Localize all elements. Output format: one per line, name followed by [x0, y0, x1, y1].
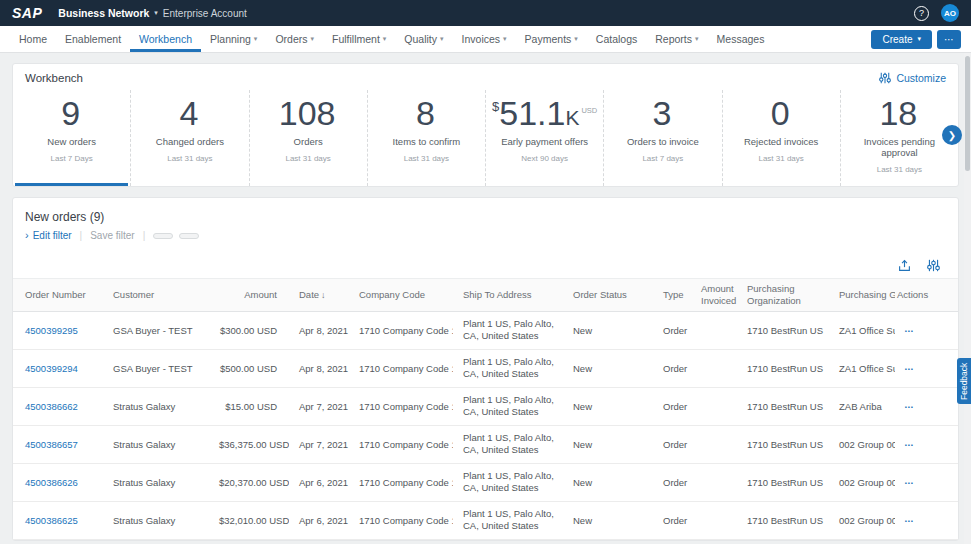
- nav-item[interactable]: Planning ▾: [201, 26, 266, 52]
- table-settings-icon[interactable]: [927, 259, 940, 272]
- nav-item[interactable]: Enablement: [56, 26, 130, 52]
- column-header[interactable]: Ship To Address: [453, 285, 563, 305]
- customer-cell: Stratus Galaxy: [103, 474, 209, 491]
- date-cell: Apr 8, 2021: [289, 322, 349, 339]
- kpi-number: 8: [416, 94, 435, 132]
- customize-label: Customize: [896, 72, 946, 84]
- type-cell: Order: [653, 360, 691, 377]
- row-actions-button[interactable]: ⋯: [895, 512, 928, 529]
- nav-item-label: Invoices: [462, 33, 501, 45]
- more-actions-button[interactable]: ⋯: [937, 30, 961, 49]
- customer-cell: Stratus Galaxy: [103, 398, 209, 415]
- ship-to-cell: Plant 1 US, Palo Alto, CA, United States: [453, 315, 563, 347]
- kpi-tile[interactable]: 3 Orders to invoice Last 7 days: [604, 90, 722, 186]
- column-header[interactable]: Date↓: [289, 285, 349, 305]
- help-icon[interactable]: ?: [914, 6, 929, 21]
- customer-cell: GSA Buyer - TEST: [103, 322, 209, 339]
- column-header[interactable]: Order Number: [13, 285, 103, 305]
- amount-invoiced-cell: [691, 517, 737, 523]
- column-header[interactable]: Customer: [103, 285, 209, 305]
- kpi-tile[interactable]: 18 Invoices pending approval Last 31 day…: [841, 90, 958, 186]
- row-actions-button[interactable]: ⋯: [895, 360, 928, 377]
- export-icon[interactable]: [898, 259, 911, 272]
- kpi-number: 4: [179, 94, 198, 132]
- create-button[interactable]: Create ▾: [871, 30, 932, 49]
- kpi-tile[interactable]: 8 Items to confirm Last 31 days: [368, 90, 486, 186]
- kpi-label: Early payment offers: [490, 136, 599, 147]
- nav-item[interactable]: Payments ▾: [516, 26, 587, 52]
- avatar[interactable]: AO: [941, 4, 959, 22]
- ship-to-cell: Plant 1 US, Palo Alto, CA, United States: [453, 353, 563, 385]
- kpi-period: Last 31 days: [372, 154, 481, 163]
- kpi-period: Last 31 days: [254, 154, 363, 163]
- nav-item[interactable]: Messages: [708, 26, 774, 52]
- column-header-label: Actions: [897, 289, 928, 300]
- column-header[interactable]: Company Code: [349, 285, 453, 305]
- row-actions-button[interactable]: ⋯: [895, 436, 928, 453]
- account-type-label[interactable]: Enterprise Account: [163, 8, 247, 19]
- save-filter-button[interactable]: Save filter: [90, 230, 134, 241]
- nav-item[interactable]: Invoices ▾: [453, 26, 516, 52]
- nav-items: Home Enablement Workbench Planning ▾ Ord…: [10, 26, 773, 52]
- ship-to-cell: Plant 1 US, Palo Alto, CA, United States: [453, 505, 563, 537]
- sliders-icon: [879, 72, 891, 84]
- nav-item[interactable]: Home: [10, 26, 56, 52]
- row-actions-button[interactable]: ⋯: [895, 398, 928, 415]
- kpi-tile[interactable]: 9 New orders Last 7 Days: [13, 90, 131, 186]
- edit-filter-button[interactable]: › Edit filter: [25, 230, 72, 241]
- order-number-cell[interactable]: 4500386657: [13, 436, 103, 453]
- order-number-cell[interactable]: 4500399295: [13, 322, 103, 339]
- column-header-label: Order Number: [25, 289, 86, 300]
- column-header-label: Customer: [113, 289, 154, 300]
- row-actions-button[interactable]: ⋯: [895, 474, 928, 491]
- kpi-number: 9: [61, 94, 80, 132]
- chevron-down-icon[interactable]: ▾: [154, 9, 158, 17]
- nav-item[interactable]: Catalogs: [587, 26, 646, 52]
- order-number-cell[interactable]: 4500386625: [13, 512, 103, 529]
- nav-item-label: Messages: [717, 33, 765, 45]
- kpi-tile[interactable]: $51.1KUSD Early payment offers Next 90 d…: [486, 90, 604, 186]
- column-header[interactable]: Order Status: [563, 285, 653, 305]
- purchasing-org-cell: 1710 BestRun US: [737, 512, 829, 529]
- scrollbar-thumb[interactable]: [965, 56, 970, 171]
- filter-pill[interactable]: [153, 233, 173, 239]
- row-actions-button[interactable]: ⋯: [895, 322, 928, 339]
- column-header[interactable]: Actions: [895, 285, 928, 305]
- type-cell: Order: [653, 436, 691, 453]
- kpi-tile[interactable]: 4 Changed orders Last 31 days: [131, 90, 249, 186]
- page-scrollbar[interactable]: [964, 53, 971, 544]
- nav-item[interactable]: Orders ▾: [266, 26, 323, 52]
- nav-item[interactable]: Fulfillment ▾: [323, 26, 395, 52]
- kpi-label: Orders to invoice: [608, 136, 717, 147]
- nav-item[interactable]: Reports ▾: [646, 26, 707, 52]
- nav-item[interactable]: Workbench: [130, 26, 201, 52]
- order-number-cell[interactable]: 4500386626: [13, 474, 103, 491]
- tiles-next-button[interactable]: ❯: [942, 125, 962, 145]
- order-number-cell[interactable]: 4500386662: [13, 398, 103, 415]
- column-header[interactable]: Purchasing Organization: [737, 279, 829, 311]
- order-status-cell: New: [563, 398, 653, 415]
- purchasing-group-cell: ZA1 Office Suppl: [829, 322, 895, 339]
- create-button-label: Create: [882, 34, 912, 45]
- kpi-number: 3: [652, 94, 671, 132]
- column-header[interactable]: Amount Invoiced: [691, 279, 737, 311]
- nav-item-label: Payments: [525, 33, 572, 45]
- kpi-tile[interactable]: 108 Orders Last 31 days: [250, 90, 368, 186]
- nav-item[interactable]: Quality ▾: [395, 26, 452, 52]
- chevron-down-icon: ▾: [695, 35, 699, 43]
- feedback-tab[interactable]: Feedback: [957, 358, 971, 404]
- workbench-header: Workbench Customize: [13, 64, 958, 88]
- order-number-cell[interactable]: 4500399294: [13, 360, 103, 377]
- column-header-label: Date: [299, 289, 319, 300]
- sap-logo[interactable]: SAP: [12, 5, 42, 21]
- kpi-label: Rejected invoices: [727, 136, 836, 147]
- customize-button[interactable]: Customize: [879, 72, 946, 84]
- column-header[interactable]: Type: [653, 285, 691, 305]
- kpi-tile[interactable]: 0 Rejected invoices Last 31 days: [723, 90, 841, 186]
- column-header[interactable]: Amount: [209, 285, 289, 305]
- filter-pills: [153, 233, 199, 239]
- table-row: 4500386625Stratus Galaxy$32,010.00 USDAp…: [13, 502, 958, 540]
- column-header[interactable]: Purchasing Group: [829, 285, 895, 305]
- filter-pill[interactable]: [179, 233, 199, 239]
- top-bar: SAP Business Network ▾ Enterprise Accoun…: [0, 0, 971, 26]
